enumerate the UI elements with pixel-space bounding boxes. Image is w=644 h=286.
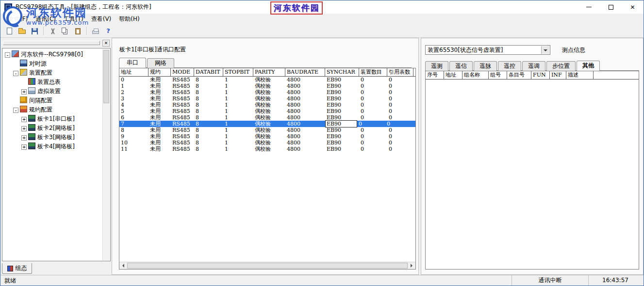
drag-handle[interactable] [3, 41, 100, 45]
table-cell: 8 [119, 127, 149, 133]
table-row[interactable]: 5未用RS48581偶校验4800EB9000 [119, 108, 415, 114]
scroll-right-button[interactable] [408, 262, 415, 269]
tab[interactable]: 步位置 [546, 61, 576, 71]
app-icon [4, 3, 12, 11]
table-cell: 8 [194, 114, 223, 121]
table-row[interactable]: 10未用RS48581偶校验4800EB9000 [119, 140, 415, 146]
tree-node[interactable]: +虚拟装置 [3, 87, 102, 96]
table-cell: 8 [194, 133, 223, 140]
print-icon [92, 31, 99, 34]
table-cell: RS485 [171, 83, 194, 89]
menu-item[interactable]: 查看(V) [87, 14, 116, 25]
table-row[interactable]: 4未用RS48581偶校验4800EB9000 [119, 102, 415, 108]
tree-node-label: 虚拟装置 [37, 88, 61, 95]
table-cell: 11 [119, 146, 149, 152]
tree-vertical-scrollbar[interactable] [102, 49, 110, 260]
tab[interactable]: 遥脉 [474, 61, 497, 71]
table-row[interactable]: 11未用RS48581偶校验4800EB9000 [119, 146, 415, 152]
tab[interactable]: 遥信 [449, 61, 473, 71]
table-row[interactable]: 6未用RS48581偶校验4800EB9000 [119, 114, 415, 121]
minimize-button[interactable] [578, 0, 600, 14]
tree-node[interactable]: +板卡1[串口板] [3, 114, 102, 124]
table-row[interactable]: 1未用RS48581偶校验4800EB9000 [119, 83, 415, 89]
column-header: 引用表数 [387, 68, 413, 77]
scroll-left-button[interactable] [119, 262, 127, 269]
tree-node[interactable]: 装置总表 [3, 78, 102, 87]
horizontal-scrollbar[interactable] [119, 262, 415, 269]
tree-expander-icon[interactable]: - [13, 108, 18, 113]
copy-button[interactable] [59, 26, 71, 36]
scrollbar-thumb[interactable] [103, 50, 109, 103]
tree-node-label: 板卡1[串口板] [37, 115, 75, 122]
table-cell: 1 [223, 146, 253, 152]
tree-node[interactable]: 间隔配置 [3, 96, 102, 105]
tree-node[interactable]: +板卡2[网络板] [3, 124, 102, 133]
menu-item[interactable]: 通讯(C) [32, 14, 60, 25]
toolbar-separator [86, 27, 87, 35]
column-header: FUN [531, 71, 550, 79]
tree-expander-icon[interactable]: + [21, 144, 27, 150]
tab[interactable]: 串口 [119, 58, 146, 68]
table-row[interactable]: 0未用RS48581偶校验4800EB9000 [119, 77, 415, 83]
zutai-tab[interactable]: 组态 [2, 263, 32, 274]
tree-node[interactable]: -装置配置 [3, 68, 102, 78]
tree-node[interactable]: -河东软件--RCS9798[0] [3, 50, 102, 59]
maximize-button[interactable] [600, 0, 622, 14]
cut-button[interactable] [47, 26, 58, 36]
tab[interactable]: 其他 [577, 61, 600, 71]
tree-node[interactable]: -规约配置 [3, 105, 102, 114]
tree-panel-tabs: 组态 [2, 262, 111, 275]
tree-node[interactable]: +板卡3[网络板] [3, 133, 102, 142]
close-button[interactable]: ✕ [622, 0, 644, 14]
table-row[interactable]: 2未用RS48581偶校验4800EB9000 [119, 89, 415, 95]
column-header: INF [550, 71, 566, 79]
table-cell: 0 [387, 77, 413, 83]
point-table: 序号地址组名称组号条目号FUNINF描述 [425, 71, 639, 270]
tab[interactable]: 网络 [147, 58, 174, 68]
table-row[interactable]: 9未用RS48581偶校验4800EB9000 [119, 133, 415, 140]
synchar-edit-input[interactable] [325, 120, 357, 127]
copy-icon [62, 28, 66, 33]
tab[interactable]: 遥控 [498, 61, 521, 71]
table-cell: 8 [194, 89, 223, 95]
tree-expander-icon[interactable]: + [21, 89, 27, 95]
interval-icon [20, 96, 27, 103]
tree-node[interactable]: +板卡4[网络板] [3, 142, 102, 151]
tree-expander-icon[interactable]: - [5, 52, 10, 58]
tree-expander-icon[interactable]: + [21, 117, 27, 122]
table-cell: 9 [119, 133, 149, 140]
menu-item[interactable]: 帮助(H) [115, 14, 143, 25]
print-button[interactable] [90, 26, 101, 36]
tree-panel-close-button[interactable]: ✕ [102, 40, 110, 47]
tree-node[interactable]: 对时源 [3, 59, 102, 68]
tab[interactable]: 遥调 [522, 61, 545, 71]
menu-item[interactable]: 工具(T) [60, 14, 87, 25]
table-cell: 4800 [285, 133, 325, 140]
table-row[interactable]: 8未用RS48581偶校验4800EB9000 [119, 127, 415, 133]
tree-node-label: 板卡3[网络板] [37, 134, 75, 141]
column-header: 组号 [489, 71, 507, 79]
table-icon [28, 78, 35, 85]
table-cell: 0 [359, 146, 387, 152]
open-button[interactable] [16, 26, 28, 36]
table-cell: 0 [359, 133, 387, 140]
tree-expander-icon[interactable]: + [21, 126, 27, 131]
tree-expander-icon[interactable]: - [13, 71, 18, 76]
help-button[interactable] [102, 26, 114, 36]
table-cell: 1 [223, 121, 253, 127]
dropdown-button[interactable] [541, 46, 549, 54]
menu-item[interactable]: 文件(F) [4, 14, 32, 25]
save-button[interactable] [29, 26, 40, 36]
table-row[interactable]: 7未用RS48581偶校验480000 [119, 121, 415, 127]
paste-button[interactable] [72, 26, 83, 36]
table-cell: 0 [387, 146, 413, 152]
device-dropdown[interactable]: 装置65530[状态信号虚装置] [425, 45, 550, 55]
new-button[interactable] [3, 26, 15, 36]
table-cell: 2 [119, 89, 149, 95]
table-cell: 5 [119, 108, 149, 114]
table-row[interactable]: 3未用RS48581偶校验4800EB9000 [119, 95, 415, 102]
scrollbar-thumb[interactable] [127, 263, 408, 269]
table-cell: EB90 [325, 140, 359, 146]
tab[interactable]: 遥测 [425, 61, 448, 71]
tree-expander-icon[interactable]: + [21, 135, 27, 141]
